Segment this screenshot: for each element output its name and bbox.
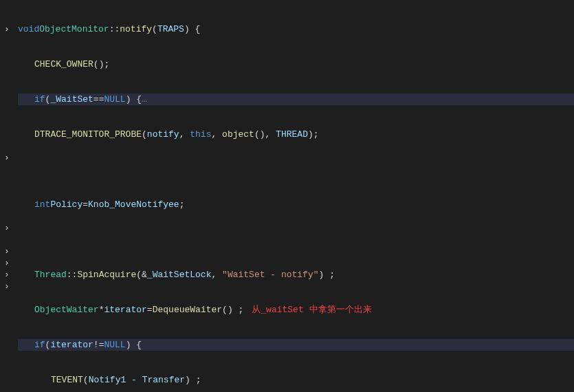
gutter-row [0, 187, 14, 199]
function-name: notify [120, 23, 152, 35]
gutter-row [0, 292, 14, 304]
gutter-row [0, 140, 14, 152]
fold-toggle[interactable]: › [0, 152, 14, 164]
gutter-row [0, 35, 14, 47]
gutter-row [0, 234, 14, 246]
gutter-row [0, 0, 14, 12]
fold-toggle[interactable]: › [0, 257, 14, 269]
fold-toggle[interactable]: › [0, 23, 14, 35]
gutter-row [0, 70, 14, 82]
code-line: ObjectWaiter * iterator = DequeueWaiter(… [18, 304, 574, 316]
gutter-row [0, 47, 14, 58]
constant: NULL [104, 94, 125, 105]
gutter-row [0, 210, 14, 222]
gutter-row [0, 304, 14, 316]
function-call: DequeueWaiter [153, 304, 222, 316]
param: TRAPS [157, 23, 184, 35]
gutter-row [0, 94, 14, 105]
function-call: CHECK_OWNER [34, 58, 93, 70]
function-call: TEVENT [51, 374, 83, 386]
code-line: if (_WaitSet == NULL) {… [18, 94, 574, 105]
keyword: void [18, 23, 39, 35]
gutter-row [0, 129, 14, 140]
gutter-row [0, 339, 14, 351]
fold-gutter: › › › › › › › [0, 0, 14, 392]
fold-toggle[interactable]: › [0, 281, 14, 292]
variable: _WaitSet [50, 94, 93, 105]
code-line: void ObjectMonitor::notify(TRAPS) { [18, 23, 574, 35]
class-name: ObjectMonitor [39, 23, 109, 35]
keyword: if [34, 94, 45, 105]
type: ObjectWaiter [34, 304, 99, 316]
fold-toggle[interactable]: › [0, 222, 14, 234]
fold-toggle[interactable]: › [0, 246, 14, 257]
code-line: DTRACE_MONITOR_PROBE(notify, this, objec… [18, 129, 574, 140]
gutter-row [0, 117, 14, 129]
gutter-row [0, 58, 14, 70]
gutter-row [0, 199, 14, 210]
keyword: if [34, 339, 45, 351]
code-line [18, 234, 574, 246]
gutter-row [0, 327, 14, 339]
gutter-row [0, 316, 14, 327]
gutter-row [0, 175, 14, 187]
class-name: Thread [34, 269, 67, 281]
code-line: TEVENT (Notify1 - Transfer) ; [18, 374, 574, 386]
code-line: if (iterator != NULL) { [18, 339, 574, 351]
code-line: int Policy = Knob_MoveNotifyee ; [18, 199, 574, 210]
code-line [18, 164, 574, 175]
fold-ellipsis[interactable]: … [142, 94, 147, 105]
code-line: CHECK_OWNER(); [18, 58, 574, 70]
variable: iterator [104, 304, 146, 316]
string: "WaitSet - notify" [222, 269, 318, 281]
type: int [34, 199, 50, 210]
code-line: Thread::SpinAcquire (&_WaitSetLock, "Wai… [18, 269, 574, 281]
annotation-text: 从_waitSet 中拿第一个出来 [252, 304, 371, 316]
function-call: DTRACE_MONITOR_PROBE [34, 129, 142, 140]
fold-toggle[interactable]: › [0, 269, 14, 281]
gutter-row [0, 12, 14, 23]
variable: Policy [50, 199, 82, 210]
gutter-row [0, 82, 14, 94]
code-editor[interactable]: void ObjectMonitor::notify(TRAPS) { CHEC… [14, 0, 574, 392]
gutter-row [0, 105, 14, 117]
function-call: SpinAcquire [77, 269, 136, 281]
gutter-row [0, 164, 14, 175]
